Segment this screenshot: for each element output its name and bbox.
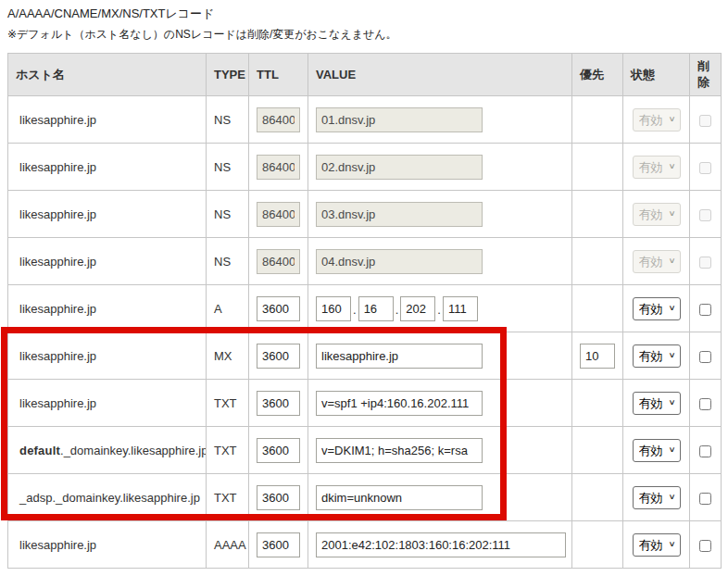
host-name-text: likesapphire.jp	[19, 255, 96, 269]
host-name-cell: likesapphire.jp	[8, 191, 207, 238]
record-type-cell: TXT	[207, 427, 249, 474]
priority-cell	[572, 96, 623, 144]
status-select[interactable]: 有効	[633, 486, 681, 509]
record-type-cell: NS	[207, 191, 249, 238]
value-input[interactable]	[316, 438, 483, 463]
value-input[interactable]	[316, 532, 566, 557]
status-cell: 有効∨	[623, 332, 690, 380]
status-select-wrap: 有効∨	[633, 108, 681, 131]
status-select[interactable]: 有効	[633, 344, 681, 368]
header-value: VALUE	[308, 54, 572, 96]
ttl-cell	[249, 144, 308, 191]
status-select-wrap: 有効∨	[633, 392, 681, 415]
ip-octet-input[interactable]	[358, 296, 394, 321]
value-input	[316, 249, 483, 274]
host-name-cell: likesapphire.jp	[8, 238, 207, 285]
ttl-cell	[249, 332, 308, 380]
value-cell	[308, 332, 572, 380]
host-name-text: likesapphire.jp	[19, 538, 96, 552]
status-cell: 有効∨	[623, 238, 690, 285]
ttl-cell	[249, 96, 308, 144]
priority-input[interactable]	[580, 344, 615, 369]
status-select[interactable]: 有効	[633, 392, 681, 415]
delete-checkbox[interactable]	[699, 540, 711, 552]
status-cell: 有効∨	[623, 427, 690, 474]
default-ns-note: ※デフォルト（ホスト名なし）のNSレコードは削除/変更がおこなえません。	[7, 27, 397, 43]
record-type-cell: A	[207, 285, 249, 332]
status-select-wrap: 有効∨	[633, 156, 681, 179]
ip-separator: .	[353, 303, 357, 317]
value-input	[316, 155, 483, 180]
delete-checkbox[interactable]	[699, 445, 711, 457]
value-cell	[308, 191, 572, 238]
value-cell	[308, 474, 572, 521]
priority-cell	[572, 380, 623, 427]
delete-checkbox[interactable]	[699, 493, 711, 505]
ttl-input[interactable]	[257, 532, 300, 557]
ttl-input[interactable]	[257, 485, 300, 510]
ttl-cell	[249, 474, 308, 521]
header-status: 状態	[623, 54, 690, 96]
value-cell	[308, 238, 572, 285]
delete-checkbox	[699, 162, 711, 174]
delete-checkbox[interactable]	[699, 351, 711, 363]
ttl-cell	[249, 238, 308, 285]
ip-octet-input[interactable]	[316, 296, 351, 321]
delete-checkbox[interactable]	[699, 304, 711, 316]
delete-cell	[690, 427, 722, 474]
value-cell	[308, 427, 572, 474]
host-name-text: likesapphire.jp	[19, 207, 96, 221]
host-name-text: likesapphire.jp	[19, 160, 96, 174]
delete-checkbox[interactable]	[699, 398, 711, 410]
ttl-input[interactable]	[257, 391, 300, 416]
record-type-cell: NS	[207, 96, 249, 144]
record-type-cell: AAAA	[207, 521, 249, 569]
value-input	[316, 107, 483, 132]
host-name-text: likesapphire.jp	[19, 302, 96, 316]
ip-octet-input[interactable]	[400, 296, 435, 321]
ip-separator: .	[437, 303, 441, 317]
status-cell: 有効∨	[623, 474, 690, 521]
header-delete: 削除	[690, 54, 722, 96]
ttl-input[interactable]	[257, 344, 300, 369]
priority-cell	[572, 332, 623, 380]
ttl-input[interactable]	[257, 296, 300, 321]
value-cell	[308, 521, 572, 569]
status-select: 有効	[633, 108, 681, 131]
record-type-cell: TXT	[207, 474, 249, 521]
dns-records-page: A/AAAA/CNAME/MX/NS/TXTレコード ※デフォルト（ホスト名なし…	[0, 0, 728, 576]
host-name-bold-prefix: default	[19, 444, 60, 457]
value-input[interactable]	[316, 485, 483, 510]
value-input[interactable]	[316, 391, 483, 416]
value-input[interactable]	[316, 344, 483, 369]
priority-cell	[572, 427, 623, 474]
table-row: likesapphire.jpAAAA有効∨	[8, 521, 722, 569]
status-select[interactable]: 有効	[633, 297, 681, 320]
status-cell: 有効∨	[623, 191, 690, 238]
status-select-wrap: 有効∨	[633, 439, 681, 462]
status-cell: 有効∨	[623, 285, 690, 332]
header-ttl: TTL	[249, 54, 308, 96]
ip-octet-input[interactable]	[443, 296, 478, 321]
host-name-text: ._domainkey.likesapphire.jp	[60, 444, 206, 457]
table-header-row: ホスト名 TYPE TTL VALUE 優先 状態 削除	[8, 54, 722, 96]
ttl-input	[257, 202, 300, 227]
table-row: _adsp._domainkey.likesapphire.jpTXT有効∨	[8, 474, 722, 521]
delete-checkbox	[699, 209, 711, 221]
host-name-text: likesapphire.jp	[19, 349, 96, 363]
ttl-input[interactable]	[257, 438, 300, 463]
host-name-text: _adsp._domainkey.likesapphire.jp	[19, 491, 200, 505]
priority-cell	[572, 521, 623, 569]
status-cell: 有効∨	[623, 96, 690, 144]
host-name-text: likesapphire.jp	[19, 113, 96, 127]
record-type-cell: NS	[207, 144, 249, 191]
status-select[interactable]: 有効	[633, 533, 681, 557]
priority-cell	[572, 144, 623, 191]
table-row: likesapphire.jpNS有効∨	[8, 144, 722, 191]
delete-cell	[690, 191, 722, 238]
header-hostname: ホスト名	[8, 54, 207, 96]
delete-cell	[690, 144, 722, 191]
status-select: 有効	[633, 203, 681, 226]
status-select[interactable]: 有効	[633, 439, 681, 462]
ttl-input	[257, 107, 300, 132]
